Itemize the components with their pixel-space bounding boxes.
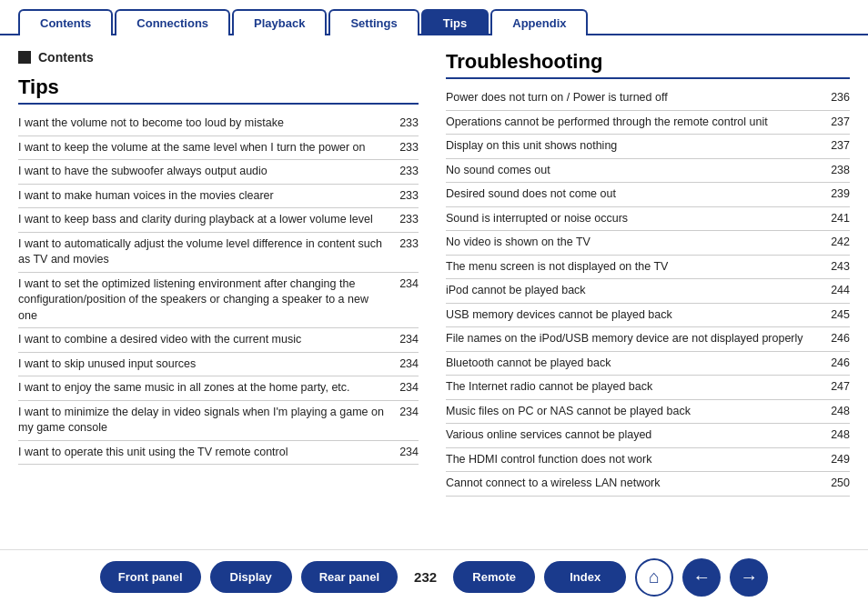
trouble-item-page: 237	[824, 138, 850, 155]
trouble-list-item[interactable]: The Internet radio cannot be played back…	[446, 376, 850, 400]
trouble-item-page: 242	[824, 235, 850, 251]
tips-item-text: I want to skip unused input sources	[18, 356, 393, 373]
trouble-list-item[interactable]: Music files on PC or NAS cannot be playe…	[446, 400, 850, 425]
tips-item-text: I want to set the optimized listening en…	[18, 276, 393, 325]
trouble-item-page: 239	[824, 186, 850, 203]
forward-button[interactable]: →	[730, 558, 768, 597]
main-content: Contents Tips I want the volume not to b…	[0, 35, 868, 549]
tips-item-text: I want to operate this unit using the TV…	[18, 445, 393, 461]
tips-item-text: I want to enjoy the same music in all zo…	[18, 380, 393, 396]
back-button[interactable]: ←	[682, 558, 721, 597]
troubleshooting-title: Troubleshooting	[446, 50, 850, 79]
tips-item-text: I want to automatically adjust the volum…	[18, 236, 393, 268]
index-button[interactable]: Index	[544, 561, 626, 593]
tips-list-item[interactable]: I want the volume not to become too loud…	[18, 112, 419, 136]
trouble-item-page: 245	[824, 307, 850, 324]
tips-list-item[interactable]: I want to keep the volume at the same le…	[18, 136, 419, 161]
tips-item-text: I want to make human voices in the movie…	[18, 188, 393, 205]
tips-item-text: I want to minimize the delay in video si…	[18, 405, 393, 436]
trouble-item-text: USB memory devices cannot be played back	[446, 307, 824, 324]
tab-contents[interactable]: Contents	[18, 9, 113, 35]
tips-item-page: 234	[393, 356, 419, 373]
trouble-list-item[interactable]: Power does not turn on / Power is turned…	[446, 86, 850, 111]
trouble-item-text: Display on this unit shows nothing	[446, 138, 824, 155]
tab-appendix[interactable]: Appendix	[490, 9, 588, 35]
trouble-item-text: The Internet radio cannot be played back	[446, 379, 824, 396]
trouble-item-page: 248	[824, 427, 850, 444]
tips-item-page: 233	[393, 212, 419, 228]
trouble-item-page: 243	[824, 259, 850, 276]
trouble-list-item[interactable]: Desired sound does not come out239	[446, 183, 850, 207]
trouble-item-text: Music files on PC or NAS cannot be playe…	[446, 404, 824, 420]
tips-list-item[interactable]: I want to keep bass and clarity during p…	[18, 208, 419, 233]
trouble-list-item[interactable]: The HDMI control function does not work2…	[446, 448, 850, 473]
trouble-item-page: 236	[824, 90, 850, 106]
tips-list-item[interactable]: I want to skip unused input sources234	[18, 353, 419, 377]
trouble-item-page: 248	[824, 404, 850, 420]
heading-square-icon	[18, 51, 31, 64]
tips-item-text: I want the volume not to become too loud…	[18, 115, 393, 132]
trouble-item-page: 246	[824, 356, 850, 372]
tips-list-item[interactable]: I want to operate this unit using the TV…	[18, 441, 419, 466]
section-heading-label: Contents	[38, 50, 94, 65]
tab-tips[interactable]: Tips	[421, 9, 490, 35]
tips-title: Tips	[18, 75, 419, 105]
tips-list-item[interactable]: I want to minimize the delay in video si…	[18, 401, 419, 441]
trouble-list-item[interactable]: USB memory devices cannot be played back…	[446, 304, 850, 328]
trouble-item-text: The HDMI control function does not work	[446, 452, 824, 468]
trouble-item-text: No sound comes out	[446, 163, 824, 179]
tab-playback[interactable]: Playback	[232, 9, 327, 35]
tab-connections[interactable]: Connections	[115, 9, 230, 35]
tips-item-text: I want to keep bass and clarity during p…	[18, 212, 393, 228]
section-heading: Contents	[18, 50, 419, 65]
tips-item-text: I want to keep the volume at the same le…	[18, 140, 393, 156]
trouble-item-text: File names on the iPod/USB memory device…	[446, 331, 824, 347]
trouble-item-text: Sound is interrupted or noise occurs	[446, 211, 824, 227]
tips-item-page: 233	[393, 164, 419, 180]
trouble-list-item[interactable]: Various online services cannot be played…	[446, 424, 850, 448]
trouble-item-text: Various online services cannot be played	[446, 427, 824, 444]
tab-settings[interactable]: Settings	[328, 9, 419, 35]
tips-list-item[interactable]: I want to combine a desired video with t…	[18, 328, 419, 353]
tips-item-page: 233	[393, 188, 419, 205]
remote-button[interactable]: Remote	[453, 561, 535, 593]
top-navigation: Contents Connections Playback Settings T…	[0, 0, 868, 35]
tips-item-page: 234	[393, 405, 419, 421]
trouble-item-page: 246	[824, 331, 850, 347]
troubleshooting-list: Power does not turn on / Power is turned…	[446, 86, 850, 497]
trouble-list-item[interactable]: Sound is interrupted or noise occurs241	[446, 207, 850, 232]
tips-list: I want the volume not to become too loud…	[18, 112, 419, 465]
trouble-item-page: 247	[824, 379, 850, 396]
trouble-list-item[interactable]: File names on the iPod/USB memory device…	[446, 327, 850, 352]
trouble-list-item[interactable]: Cannot connect to a wireless LAN network…	[446, 472, 850, 497]
trouble-list-item[interactable]: Operations cannot be performed through t…	[446, 111, 850, 135]
tips-list-item[interactable]: I want to have the subwoofer always outp…	[18, 160, 419, 185]
trouble-item-text: Cannot connect to a wireless LAN network	[446, 476, 824, 492]
tips-item-page: 234	[393, 276, 419, 293]
tips-item-page: 233	[393, 140, 419, 156]
trouble-list-item[interactable]: Bluetooth cannot be played back246	[446, 352, 850, 376]
trouble-list-item[interactable]: No video is shown on the TV242	[446, 231, 850, 256]
tips-list-item[interactable]: I want to set the optimized listening en…	[18, 273, 419, 329]
trouble-item-text: No video is shown on the TV	[446, 235, 824, 251]
trouble-item-page: 249	[824, 452, 850, 468]
home-button[interactable]: ⌂	[635, 558, 673, 597]
tips-item-text: I want to combine a desired video with t…	[18, 332, 393, 348]
front-panel-button[interactable]: Front panel	[100, 561, 201, 593]
trouble-item-text: The menu screen is not displayed on the …	[446, 259, 824, 276]
tips-list-item[interactable]: I want to automatically adjust the volum…	[18, 233, 419, 273]
trouble-item-text: Bluetooth cannot be played back	[446, 356, 824, 372]
right-column: Troubleshooting Power does not turn on /…	[446, 50, 850, 540]
left-column: Contents Tips I want the volume not to b…	[18, 50, 419, 540]
trouble-list-item[interactable]: The menu screen is not displayed on the …	[446, 256, 850, 280]
tips-list-item[interactable]: I want to enjoy the same music in all zo…	[18, 376, 419, 401]
trouble-list-item[interactable]: iPod cannot be played back244	[446, 279, 850, 304]
tips-list-item[interactable]: I want to make human voices in the movie…	[18, 185, 419, 209]
trouble-list-item[interactable]: No sound comes out238	[446, 159, 850, 184]
tips-item-page: 233	[393, 115, 419, 132]
display-button[interactable]: Display	[210, 561, 292, 593]
trouble-list-item[interactable]: Display on this unit shows nothing237	[446, 135, 850, 159]
rear-panel-button[interactable]: Rear panel	[301, 561, 398, 593]
tips-item-page: 234	[393, 380, 419, 396]
tips-item-page: 234	[393, 445, 419, 461]
